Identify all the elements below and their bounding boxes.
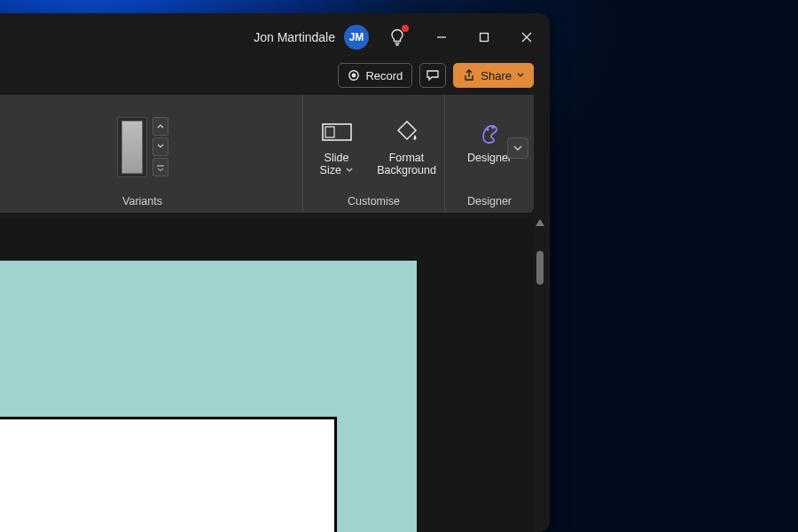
chevron-up-icon (157, 123, 164, 129)
group-label-variants: Variants (0, 192, 302, 213)
comments-button[interactable] (419, 63, 446, 88)
share-label: Share (481, 69, 512, 82)
more-icon (156, 164, 165, 171)
comment-icon (426, 69, 440, 82)
variant-thumbnail[interactable] (121, 121, 143, 174)
gallery-scroll-up-button[interactable] (153, 117, 168, 136)
chevron-down-icon (513, 145, 522, 152)
gallery-more-button[interactable] (153, 158, 168, 176)
notification-dot-icon (402, 25, 409, 32)
group-label-customise: Customise (303, 192, 444, 213)
svg-rect-3 (481, 34, 489, 42)
group-label-designer: Designer (445, 192, 534, 213)
ribbon-collapse-button[interactable] (507, 137, 528, 159)
window-maximize-button[interactable] (463, 20, 505, 55)
title-bar: Jon Martindale JM (0, 13, 550, 61)
text-box[interactable] (0, 417, 337, 532)
gallery-scroll-down-button[interactable] (153, 137, 168, 156)
record-label: Record (365, 69, 403, 82)
format-background-button[interactable]: Format Background (372, 111, 442, 184)
chevron-down-icon (157, 144, 164, 149)
scrollbar-thumb[interactable] (536, 251, 544, 285)
slide-canvas-area (0, 219, 534, 532)
share-button[interactable]: Share (453, 63, 534, 88)
user-avatar[interactable]: JM (344, 25, 369, 50)
window-minimize-button[interactable] (420, 20, 463, 55)
quick-row: Record Share (0, 61, 534, 90)
group-customise: Slide Size Format Background (303, 95, 445, 213)
svg-point-11 (486, 128, 489, 130)
variants-gallery[interactable] (117, 117, 147, 177)
scroll-up-arrow-icon (536, 219, 544, 226)
svg-point-7 (352, 74, 356, 78)
chevron-down-icon (517, 73, 524, 78)
maximize-icon (479, 32, 489, 43)
slide[interactable] (0, 261, 417, 532)
ribbon: Variants Slide Size (0, 95, 534, 213)
slide-size-icon (320, 120, 354, 145)
svg-rect-10 (325, 127, 334, 137)
vertical-scrollbar[interactable] (535, 219, 545, 525)
group-variants: Variants (0, 95, 303, 213)
record-button[interactable]: Record (338, 63, 412, 88)
group-designer: Designer Designer (445, 95, 534, 213)
tips-button[interactable] (379, 20, 415, 55)
designer-icon (476, 120, 503, 145)
powerpoint-window: Jon Martindale JM (0, 13, 550, 532)
chevron-down-icon (346, 168, 353, 173)
format-background-icon (394, 119, 420, 145)
user-name-label: Jon Martindale (254, 30, 335, 44)
share-icon (463, 69, 475, 82)
close-icon (521, 32, 532, 43)
svg-point-12 (491, 126, 494, 129)
record-icon (348, 69, 360, 82)
window-close-button[interactable] (505, 20, 548, 55)
minimize-icon (436, 32, 447, 43)
slide-size-button[interactable]: Slide Size (306, 111, 368, 184)
